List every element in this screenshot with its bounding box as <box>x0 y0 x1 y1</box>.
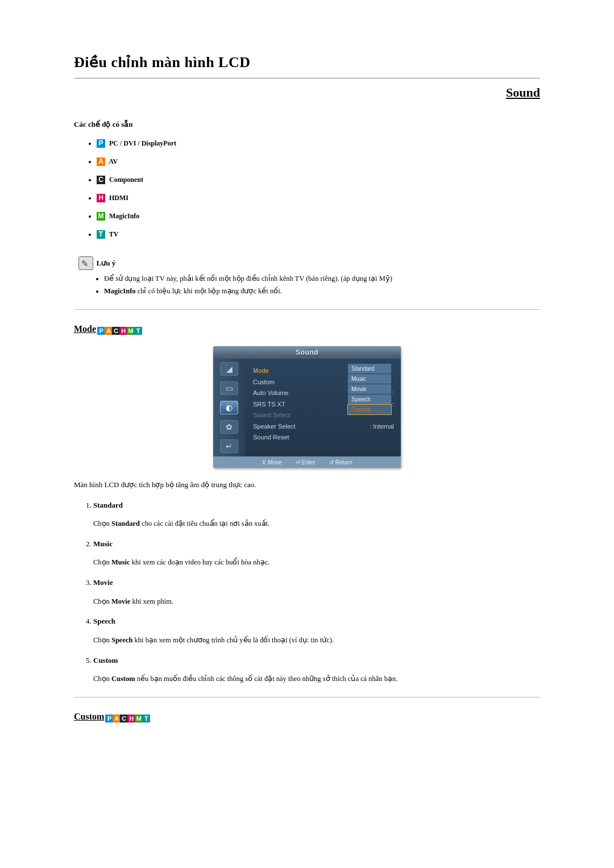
osd-screenshot: Sound ◢ ▭ ◐ ✿ ↵ Mode Custom Auto Volume:… <box>213 346 401 468</box>
modes-heading: Các chế độ có sẵn <box>74 119 540 130</box>
p-icon: P <box>97 139 105 148</box>
c-icon: C <box>120 715 128 722</box>
osd-main: Mode Custom Auto Volume: SRS TS XT: Soun… <box>245 359 401 456</box>
osd-submenu: Standard Music Movie Speech Custom <box>347 363 392 414</box>
osd-footer-move: ⇕Move <box>262 458 281 467</box>
osd-titlebar: Sound <box>213 346 401 359</box>
m-icon: M <box>97 212 105 221</box>
osd-row-autovol: Auto Volume <box>253 388 288 398</box>
section-subtitle: Sound <box>74 83 540 102</box>
note-item: MagicInfo chỉ có hiệu lực khi một hộp mạ… <box>104 286 540 297</box>
a-icon: A <box>105 327 113 335</box>
h-icon: H <box>127 715 135 722</box>
custom-section-title: Custom PACHMT <box>74 710 540 725</box>
osd-row-speakerselect: Speaker Select <box>253 422 296 431</box>
picture-icon: ◢ <box>220 362 238 376</box>
note-item: Để sử dụng loại TV này, phải kết nối một… <box>104 273 540 284</box>
option-standard: Standard Chọn Standard cho các cài đặt t… <box>93 500 540 529</box>
h-icon: H <box>97 194 105 202</box>
p-icon: P <box>97 327 105 335</box>
option-custom: Custom Chọn Custom nếu bạn muốn điều chỉ… <box>93 655 540 684</box>
mode-item-magicinfo: M MagicInfo <box>97 211 540 221</box>
osd-row-soundselect: Sound Select <box>253 410 290 420</box>
mode-label: PC / DVI / DisplayPort <box>109 139 176 147</box>
m-icon: M <box>135 715 143 722</box>
a-icon: A <box>97 157 105 166</box>
osd-sidebar: ◢ ▭ ◐ ✿ ↵ <box>213 359 245 456</box>
note-title: Lưu ý <box>97 259 116 267</box>
osd-footer-enter: ⏎Enter <box>296 458 316 467</box>
osd-sub-speech: Speech <box>347 394 392 405</box>
exit-icon: ↵ <box>220 439 238 453</box>
osd-sub-music: Music <box>347 373 392 384</box>
page-title: Điều chỉnh màn hình LCD <box>74 51 540 73</box>
osd-footer-return: ↺Return <box>329 458 352 467</box>
mode-label: AV <box>109 157 118 165</box>
a-icon: A <box>113 715 121 722</box>
h-icon: H <box>119 327 127 335</box>
c-icon: C <box>112 327 120 335</box>
divider <box>74 78 540 78</box>
mode-section-title: Mode PACHMT <box>74 322 540 337</box>
option-speech: Speech Chọn Speech khi bạn xem một chươn… <box>93 616 540 645</box>
badge-strip: PACHMT <box>105 711 150 725</box>
divider <box>74 697 540 697</box>
mode-label: HDMI <box>109 194 128 202</box>
osd-sub-standard: Standard <box>347 363 392 374</box>
mode-item-tv: T TV <box>97 229 540 239</box>
osd-sub-movie: Movie <box>347 384 392 394</box>
option-movie: Movie Chọn Movie khi xem phim. <box>93 577 540 607</box>
osd-sub-custom: Custom <box>347 404 392 415</box>
osd-title: Sound <box>296 347 318 358</box>
osd-footer: ⇕Move ⏎Enter ↺Return <box>213 456 401 468</box>
m-icon: M <box>127 327 135 335</box>
note-block: Lưu ý Để sử dụng loại TV này, phải kết n… <box>78 256 540 297</box>
setup-icon: ✿ <box>220 420 238 434</box>
osd-row-mode: Mode <box>253 366 269 376</box>
mode-label: TV <box>109 230 119 238</box>
mode-label: MagicInfo <box>109 212 139 220</box>
sound-icon: ◐ <box>220 401 238 414</box>
t-icon: T <box>134 327 142 335</box>
osd-row-srs: SRS TS XT <box>253 400 285 409</box>
badge-strip: PACHMT <box>97 323 142 337</box>
mode-item-av: A AV <box>97 156 540 167</box>
t-icon: T <box>142 715 150 722</box>
osd-row-custom: Custom <box>253 377 275 387</box>
modes-list: P PC / DVI / DisplayPort A AV C Componen… <box>97 138 540 239</box>
options-list: Standard Chọn Standard cho các cài đặt t… <box>93 500 540 684</box>
mode-item-hdmi: H HDMI <box>97 193 540 203</box>
option-music: Music Chọn Music khi xem các đoạn video … <box>93 538 540 568</box>
mode-item-pc: P PC / DVI / DisplayPort <box>97 138 540 148</box>
screen-icon: ▭ <box>220 381 238 395</box>
note-list: Để sử dụng loại TV này, phải kết nối một… <box>104 273 540 297</box>
t-icon: T <box>97 230 105 239</box>
osd-row-reset: Sound Reset <box>253 433 289 442</box>
mode-label: Component <box>109 176 143 184</box>
mode-item-component: C Component <box>97 175 540 185</box>
intro-text: Màn hình LCD được tích hợp bộ tăng âm độ… <box>74 479 540 491</box>
c-icon: C <box>97 176 105 184</box>
note-icon <box>78 256 93 270</box>
p-icon: P <box>105 715 113 722</box>
divider <box>74 309 540 310</box>
